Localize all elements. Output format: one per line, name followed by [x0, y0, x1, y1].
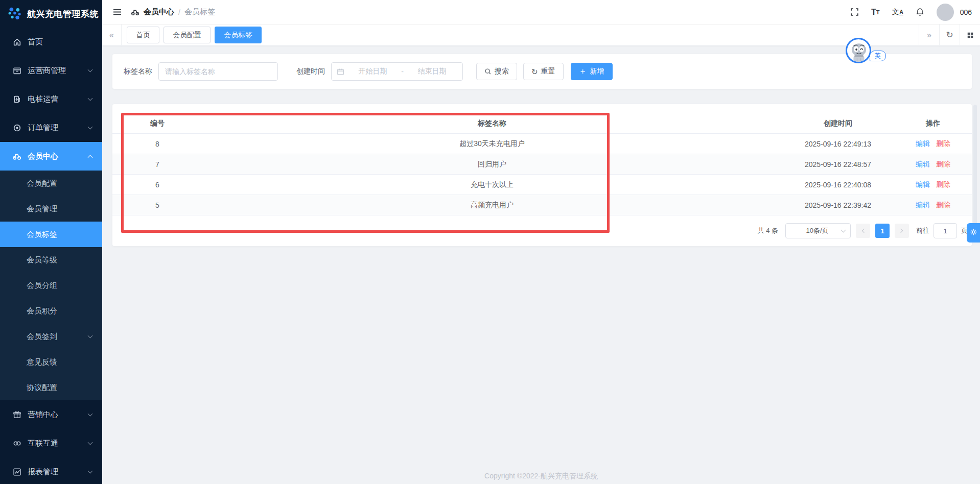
user-avatar[interactable] [937, 4, 954, 21]
order-icon [12, 123, 21, 132]
floating-assistant-widget[interactable]: 英 [846, 38, 890, 64]
language-switch-icon[interactable]: 文A [892, 8, 903, 17]
sidebar-item-member-level[interactable]: 会员等级 [0, 247, 102, 273]
table-row: 8 超过30天未充电用户 2025-09-16 22:49:13 编辑删除 [112, 134, 972, 154]
chevron-down-icon [88, 96, 93, 101]
sidebar-item-member-center[interactable]: 会员中心 [0, 142, 102, 171]
breadcrumb: 会员中心 / 会员标签 [131, 7, 215, 17]
topbar: 会员中心 / 会员标签 TT 文A 006 [102, 0, 980, 25]
cell-tag-name: 超过30天未充电用户 [202, 139, 782, 149]
tag-name-input[interactable] [158, 62, 278, 81]
page-size-select[interactable]: 10条/页 [785, 223, 851, 238]
edit-link[interactable]: 编辑 [916, 160, 930, 169]
tab-options-grid-icon[interactable] [960, 25, 980, 46]
notification-bell-icon[interactable] [916, 8, 924, 16]
range-separator: - [401, 67, 404, 76]
goto-page-input[interactable] [934, 223, 957, 238]
sidebar-item-member-checkin[interactable]: 会员签到 [0, 324, 102, 349]
reset-button[interactable]: ↻ 重置 [523, 63, 564, 80]
search-button[interactable]: 搜索 [476, 63, 517, 80]
search-icon [484, 68, 492, 75]
sidebar-item-agreement-config[interactable]: 协议配置 [0, 375, 102, 400]
member-icon [12, 152, 21, 161]
sidebar-item-order-mgmt[interactable]: 订单管理 [0, 113, 102, 142]
edit-link[interactable]: 编辑 [916, 139, 930, 149]
delete-link[interactable]: 删除 [936, 201, 950, 210]
tabs-scroll-right-button[interactable]: » [919, 25, 939, 46]
sidebar-item-member-group[interactable]: 会员分组 [0, 273, 102, 298]
collapse-sidebar-button[interactable] [109, 5, 125, 20]
tag-name-label: 标签名称 [124, 67, 152, 76]
vertical-scrollbar-thumb[interactable] [973, 105, 977, 243]
tab-home[interactable]: 首页 [127, 27, 159, 43]
prev-page-button[interactable] [856, 224, 870, 238]
next-page-button[interactable] [895, 224, 909, 238]
charging-pile-icon [12, 94, 21, 104]
chevron-down-icon [88, 333, 93, 338]
delete-link[interactable]: 删除 [936, 139, 950, 149]
sidebar-item-marketing-center[interactable]: 营销中心 [0, 400, 102, 429]
chevron-down-icon [88, 469, 93, 474]
topbar-tools: TT 文A 006 [850, 4, 975, 21]
sidebar-item-operator-mgmt[interactable]: 运营商管理 [0, 56, 102, 85]
cell-id: 8 [112, 140, 202, 148]
date-range-picker[interactable]: 开始日期 - 结束日期 [331, 62, 463, 81]
sidebar-item-report-mgmt[interactable]: 报表管理 [0, 457, 102, 484]
filter-panel: 标签名称 创建时间 开始日期 - 结束日期 搜索 ↻ 重置 [112, 54, 972, 89]
sidebar-item-home[interactable]: 首页 [0, 28, 102, 56]
end-date-placeholder: 结束日期 [407, 67, 457, 76]
chevron-right-icon [899, 229, 903, 233]
member-icon [131, 8, 139, 16]
sidebar-item-pile-operation[interactable]: 电桩运营 [0, 85, 102, 113]
chevron-down-icon [88, 412, 93, 417]
report-icon [12, 467, 21, 476]
cell-create-time: 2025-09-16 22:49:13 [782, 140, 894, 148]
plus-icon: ＋ [579, 67, 587, 76]
breadcrumb-page: 会员标签 [184, 7, 215, 17]
edit-link[interactable]: 编辑 [916, 201, 930, 210]
cell-create-time: 2025-09-16 22:48:57 [782, 160, 894, 168]
col-actions: 操作 [894, 119, 972, 128]
sidebar-item-member-mgmt[interactable]: 会员管理 [0, 196, 102, 222]
delete-link[interactable]: 删除 [936, 180, 950, 189]
sidebar-item-member-config[interactable]: 会员配置 [0, 171, 102, 196]
delete-link[interactable]: 删除 [936, 160, 950, 169]
goto-page: 前往 页 [916, 223, 968, 238]
tab-member-config[interactable]: 会员配置 [164, 27, 211, 43]
breadcrumb-separator: / [178, 8, 180, 16]
tab-list: 首页 会员配置 会员标签 [122, 27, 919, 43]
sidebar-item-interconnection[interactable]: 互联互通 [0, 429, 102, 457]
settings-drawer-button[interactable] [967, 223, 980, 243]
start-date-placeholder: 开始日期 [347, 67, 398, 76]
sidebar-item-feedback[interactable]: 意见反馈 [0, 349, 102, 375]
member-center-submenu: 会员配置 会员管理 会员标签 会员等级 会员分组 会员积分 会员签到 意见反馈 … [0, 171, 102, 400]
tabs-scroll-left-button[interactable]: « [102, 25, 122, 46]
edit-link[interactable]: 编辑 [916, 180, 930, 189]
app-logo-row: 航兴充电管理系统 [0, 0, 102, 28]
sidebar-item-member-points[interactable]: 会员积分 [0, 298, 102, 324]
sidebar-item-member-tags[interactable]: 会员标签 [0, 222, 102, 247]
cell-id: 5 [112, 201, 202, 209]
app-root: 航兴充电管理系统 首页 运营商管理 电桩运营 订单管理 会员中心 会员配置 [0, 0, 980, 484]
interconnect-icon [12, 439, 21, 448]
username[interactable]: 006 [960, 8, 972, 16]
font-size-icon[interactable]: TT [871, 8, 880, 17]
add-button[interactable]: ＋ 新增 [571, 63, 613, 80]
sidebar: 航兴充电管理系统 首页 运营商管理 电桩运营 订单管理 会员中心 会员配置 [0, 0, 102, 484]
robot-avatar-icon [846, 38, 871, 63]
page-number-button[interactable]: 1 [875, 224, 890, 238]
chevron-down-icon [88, 125, 93, 130]
col-tag-name: 标签名称 [202, 119, 782, 128]
app-title: 航兴充电管理系统 [27, 8, 99, 20]
table-header: 编号 标签名称 创建时间 操作 [112, 113, 972, 134]
tab-member-tags[interactable]: 会员标签 [215, 27, 262, 43]
chevron-down-icon [88, 440, 93, 445]
fullscreen-icon[interactable] [850, 8, 859, 16]
goto-label: 前往 [916, 226, 929, 235]
refresh-tab-icon[interactable]: ↻ [939, 25, 960, 46]
cell-tag-name: 高频充电用户 [202, 201, 782, 210]
cell-tag-name: 充电十次以上 [202, 180, 782, 189]
breadcrumb-section[interactable]: 会员中心 [144, 7, 174, 17]
cell-id: 6 [112, 181, 202, 189]
chevron-up-icon [88, 155, 93, 160]
